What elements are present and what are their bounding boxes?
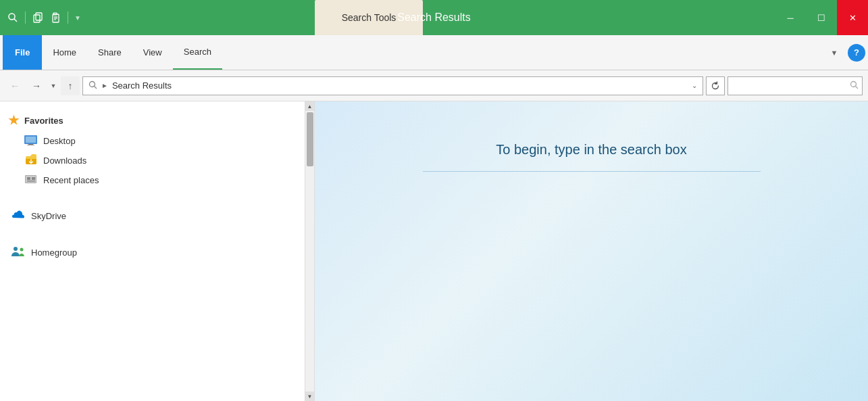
window-title: Search Results — [397, 11, 471, 24]
sidebar-item-desktop[interactable]: Desktop — [0, 131, 305, 151]
title-bar: ▼ Search Tools Search Results ─ ☐ ✕ — [0, 0, 868, 35]
skydrive-icon — [11, 210, 26, 222]
favorites-label: Favorites — [24, 116, 63, 126]
homegroup-icon — [11, 245, 26, 260]
sidebar-gap-1 — [0, 193, 305, 204]
recent-places-label: Recent places — [43, 175, 99, 185]
sidebar-item-skydrive[interactable]: SkyDrive — [0, 206, 305, 226]
paste-icon[interactable] — [48, 10, 63, 25]
quick-access-dropdown[interactable]: ▼ — [73, 13, 82, 23]
svg-rect-14 — [26, 137, 36, 143]
svg-rect-19 — [27, 177, 30, 180]
search-prompt: To begin, type in the search box — [496, 142, 686, 158]
toolbar-separator — [25, 11, 26, 24]
desktop-label: Desktop — [43, 136, 76, 146]
sidebar-gap-2 — [0, 229, 305, 239]
svg-line-12 — [856, 86, 859, 89]
address-search-icon — [88, 80, 97, 91]
favorites-section: ★ Favorites Desktop — [0, 107, 305, 193]
address-breadcrumb-arrow: ► — [101, 82, 108, 89]
address-field[interactable]: ► Search Results ⌄ — [82, 76, 703, 95]
search-titlebar-icon[interactable] — [5, 10, 20, 25]
search-field[interactable] — [727, 76, 863, 95]
sidebar-item-downloads[interactable]: Downloads — [0, 151, 305, 170]
skydrive-label: SkyDrive — [31, 211, 66, 221]
svg-rect-3 — [36, 13, 42, 20]
tab-home[interactable]: Home — [42, 35, 87, 70]
recent-places-icon — [24, 174, 38, 187]
tab-share[interactable]: Share — [87, 35, 132, 70]
refresh-button[interactable] — [706, 76, 725, 95]
tab-file[interactable]: File — [3, 35, 42, 70]
scroll-up-arrow[interactable]: ▲ — [305, 101, 315, 111]
svg-rect-20 — [32, 177, 35, 180]
svg-point-23 — [20, 248, 24, 252]
star-icon: ★ — [8, 113, 19, 128]
forward-button[interactable]: → — [27, 76, 46, 95]
quick-access-toolbar: ▼ — [5, 10, 82, 25]
scroll-down-arrow[interactable]: ▼ — [305, 392, 315, 401]
sidebar-item-recent-places[interactable]: Recent places — [0, 170, 305, 190]
svg-point-0 — [9, 14, 15, 20]
window-controls: ─ ☐ ✕ — [775, 0, 868, 35]
scroll-track — [305, 168, 314, 392]
search-input[interactable] — [734, 80, 847, 91]
desktop-icon — [24, 135, 38, 147]
svg-rect-21 — [27, 181, 35, 182]
search-divider — [423, 171, 761, 172]
up-button[interactable]: ↑ — [61, 76, 80, 95]
skydrive-section: SkyDrive — [0, 204, 305, 229]
homegroup-section: Homegroup — [0, 239, 305, 266]
downloads-icon — [24, 154, 38, 167]
address-text: Search Results — [112, 80, 688, 91]
sidebar-item-homegroup[interactable]: Homegroup — [0, 242, 305, 263]
search-tools-label: Search Tools — [342, 12, 397, 23]
address-bar: ← → ▼ ↑ ► Search Results ⌄ — [0, 70, 868, 101]
sidebar-scrollbar[interactable]: ▲ ▼ — [305, 101, 314, 401]
svg-rect-16 — [27, 145, 34, 145]
copy-icon[interactable] — [30, 10, 45, 25]
toolbar-separator2 — [68, 11, 68, 24]
tab-search[interactable]: Search — [173, 35, 222, 70]
ribbon-right-controls: ▼ ? — [826, 35, 865, 70]
sidebar-content: ★ Favorites Desktop — [0, 101, 305, 401]
svg-line-10 — [95, 86, 97, 89]
help-button[interactable]: ? — [848, 44, 865, 62]
restore-button[interactable]: ☐ — [806, 0, 837, 35]
minimize-button[interactable]: ─ — [775, 0, 806, 35]
svg-rect-2 — [34, 15, 40, 22]
homegroup-label: Homegroup — [31, 247, 77, 258]
svg-line-1 — [14, 19, 17, 22]
downloads-label: Downloads — [43, 156, 86, 166]
address-dropdown-chevron[interactable]: ⌄ — [692, 82, 697, 89]
tab-view[interactable]: View — [132, 35, 173, 70]
main-container: ★ Favorites Desktop — [0, 101, 868, 401]
close-button[interactable]: ✕ — [837, 0, 868, 35]
svg-point-11 — [851, 81, 857, 87]
back-button[interactable]: ← — [5, 76, 24, 95]
ribbon: File Home Share View Search ▼ ? — [0, 35, 868, 70]
svg-point-22 — [14, 247, 18, 251]
sidebar: ★ Favorites Desktop — [0, 101, 315, 401]
content-area: To begin, type in the search box — [315, 101, 868, 401]
sidebar-item-favorites[interactable]: ★ Favorites — [0, 110, 305, 131]
search-icon — [850, 80, 859, 91]
scroll-thumb[interactable] — [307, 112, 313, 166]
ribbon-collapse-chevron[interactable]: ▼ — [826, 45, 842, 61]
nav-history-dropdown[interactable]: ▼ — [49, 76, 58, 95]
svg-point-9 — [90, 81, 95, 87]
